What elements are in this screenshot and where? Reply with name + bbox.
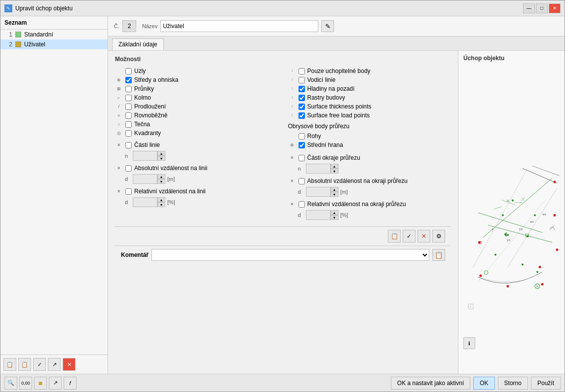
checkbox-rohy[interactable] bbox=[299, 133, 305, 140]
sidebar-paste-button[interactable]: 📋 bbox=[18, 358, 31, 371]
checkbox-rel-dist-okraj[interactable] bbox=[299, 201, 305, 208]
label-uzly[interactable]: Uzly bbox=[134, 68, 146, 74]
sidebar-item-uzivatel[interactable]: 2 Uživatel bbox=[0, 39, 108, 49]
label-vodici[interactable]: Vodicí linie bbox=[307, 76, 336, 83]
sidebar-confirm-button[interactable]: ✓ bbox=[33, 358, 46, 371]
option-rel-dist-okraj: ✕ Relativní vzdálenost na okraji průřezu bbox=[288, 200, 452, 209]
checkbox-rovnobezne[interactable] bbox=[125, 112, 132, 119]
label-surface-thick[interactable]: Surface thickness points bbox=[307, 103, 372, 110]
checkbox-stredy[interactable] bbox=[125, 77, 132, 83]
checkbox-surface-thick[interactable] bbox=[299, 104, 305, 110]
func-footer-button[interactable]: f bbox=[64, 377, 76, 390]
checkbox-casti-okraje[interactable] bbox=[299, 155, 305, 161]
label-surface-free[interactable]: Surface free load points bbox=[307, 112, 370, 119]
label-kvadranty[interactable]: Kvadranty bbox=[134, 130, 161, 137]
komentar-select[interactable] bbox=[151, 249, 429, 261]
checkbox-casti-linie[interactable] bbox=[125, 142, 132, 148]
minimize-button[interactable]: — bbox=[523, 3, 535, 13]
label-prodlouzeni[interactable]: Prodloužení bbox=[134, 103, 166, 110]
checkbox-pouze[interactable] bbox=[299, 68, 305, 74]
sidebar-color-uzivatel bbox=[15, 41, 21, 47]
checkbox-kolmo[interactable] bbox=[125, 95, 132, 101]
checkbox-hladiny[interactable] bbox=[299, 86, 305, 92]
label-casti-linie[interactable]: Části linie bbox=[134, 142, 160, 148]
casti-okraje-n-input[interactable] bbox=[306, 164, 331, 174]
storno-button[interactable]: Storno bbox=[498, 377, 528, 390]
sidebar-delete-button[interactable]: ✕ bbox=[63, 358, 75, 371]
label-rohy[interactable]: Rohy bbox=[307, 133, 321, 140]
pouzit-button[interactable]: Použít bbox=[531, 377, 561, 390]
label-rel-dist-linie[interactable]: Relativní vzdálenost na linii bbox=[134, 188, 206, 195]
komentar-copy-button[interactable]: 📋 bbox=[432, 249, 445, 261]
delete-tool-button[interactable]: ✕ bbox=[417, 230, 430, 243]
label-rovnobezne[interactable]: Rovnoběžně bbox=[134, 112, 167, 119]
checkbox-abs-dist-okraj[interactable] bbox=[299, 178, 305, 184]
rel-dist-linie-input[interactable] bbox=[133, 197, 157, 207]
color-footer-button[interactable]: ■ bbox=[34, 377, 47, 390]
ok-button[interactable]: OK bbox=[473, 377, 494, 390]
svg-text:4/4: 4/4 bbox=[542, 213, 546, 216]
copy-tool-button[interactable]: 📋 bbox=[388, 230, 401, 243]
rel-dist-okraj-row: d ▲ ▼ [%] bbox=[298, 210, 452, 220]
sidebar-item-standardni[interactable]: 1 Standardní bbox=[0, 30, 108, 39]
abs-spin-down[interactable]: ▼ bbox=[157, 179, 165, 184]
close-button[interactable]: ✕ bbox=[549, 3, 561, 13]
tab-zakladni-udaje[interactable]: Základní údaje bbox=[112, 38, 164, 50]
abs-spin-up[interactable]: ▲ bbox=[157, 174, 165, 179]
checkbox-uzly[interactable] bbox=[125, 68, 132, 74]
label-pruniky[interactable]: Průniky bbox=[134, 85, 154, 92]
arrow-footer-button[interactable]: ↗ bbox=[49, 377, 62, 390]
rel-dist-okraj-input[interactable] bbox=[306, 210, 331, 220]
abs-okraj-spin-down[interactable]: ▼ bbox=[331, 192, 339, 197]
sidebar-export-button[interactable]: ↗ bbox=[48, 358, 61, 371]
edit-name-button[interactable]: ✎ bbox=[321, 20, 334, 32]
checkbox-rastry[interactable] bbox=[299, 95, 305, 101]
label-hladiny[interactable]: Hladiny na pozadí bbox=[307, 85, 355, 92]
label-abs-dist-okraj[interactable]: Absolutní vzdálenost na okraji průřezu bbox=[307, 178, 408, 184]
checkbox-tecna[interactable] bbox=[125, 121, 132, 128]
checkbox-surface-free[interactable] bbox=[299, 112, 305, 119]
label-pouze[interactable]: Pouze uchopitelné body bbox=[307, 68, 371, 74]
checkbox-prodlouzeni[interactable] bbox=[125, 104, 132, 110]
preview-info-icon[interactable]: ℹ bbox=[463, 337, 475, 349]
abs-dist-okraj-input[interactable] bbox=[306, 187, 331, 197]
svg-point-26 bbox=[480, 275, 482, 277]
checkbox-kvadranty[interactable] bbox=[125, 130, 132, 137]
label-kolmo[interactable]: Kolmo bbox=[134, 94, 151, 101]
sidebar-copy-button[interactable]: 📋 bbox=[3, 358, 16, 371]
option-rastry: ⁞ Rastry budovy bbox=[288, 93, 452, 102]
checkbox-stredni-hrana[interactable] bbox=[299, 142, 305, 148]
label-tecna[interactable]: Tečna bbox=[134, 121, 150, 128]
abs-okraj-spin-up[interactable]: ▲ bbox=[331, 187, 339, 192]
measure-footer-button[interactable]: 0,00 bbox=[19, 377, 32, 390]
search-footer-button[interactable]: 🔍 bbox=[4, 377, 17, 390]
n-spin-down[interactable]: ▼ bbox=[157, 156, 165, 161]
okraj-n-spin-down[interactable]: ▼ bbox=[331, 169, 339, 174]
checkbox-abs-dist-linie[interactable] bbox=[125, 165, 132, 172]
checkbox-pruniky[interactable] bbox=[125, 86, 132, 92]
label-stredni-hrana[interactable]: Střední hrana bbox=[307, 142, 343, 148]
okraj-n-spin-up[interactable]: ▲ bbox=[331, 164, 339, 169]
maximize-button[interactable]: □ bbox=[536, 3, 548, 13]
label-stredy[interactable]: Středy a ohniska bbox=[134, 76, 178, 83]
checkbox-vodici[interactable] bbox=[299, 77, 305, 83]
check-tool-button[interactable]: ✓ bbox=[403, 230, 415, 243]
abs-dist-linie-input[interactable] bbox=[133, 174, 157, 184]
label-rel-dist-okraj[interactable]: Relativní vzdálenost na okraji průřezu bbox=[307, 201, 406, 208]
label-abs-dist-linie[interactable]: Absolutní vzdálenost na linii bbox=[134, 165, 207, 172]
rel-spin-up[interactable]: ▲ bbox=[157, 197, 165, 202]
rel-okraj-spin-up[interactable]: ▲ bbox=[331, 210, 339, 215]
n-spin-up[interactable]: ▲ bbox=[157, 151, 165, 156]
casti-linie-n-input[interactable] bbox=[133, 151, 157, 161]
label-rastry[interactable]: Rastry budovy bbox=[307, 94, 345, 101]
sidebar: Seznam 1 Standardní 2 Uživatel 📋 📋 ✓ ↗ ✕ bbox=[0, 16, 108, 374]
rel-okraj-spin-down[interactable]: ▼ bbox=[331, 215, 339, 220]
settings-tool-button[interactable]: ⚙ bbox=[432, 230, 445, 243]
name-input[interactable] bbox=[160, 20, 318, 32]
preview-info-button[interactable]: ℹ bbox=[463, 337, 475, 349]
ok-active-button[interactable]: OK a nastavit jako aktivní bbox=[391, 377, 470, 390]
checkbox-rel-dist-linie[interactable] bbox=[125, 188, 132, 195]
rel-spin-down[interactable]: ▼ bbox=[157, 202, 165, 207]
svg-point-18 bbox=[494, 254, 496, 256]
label-casti-okraje[interactable]: Části okraje průřezu bbox=[307, 154, 360, 161]
